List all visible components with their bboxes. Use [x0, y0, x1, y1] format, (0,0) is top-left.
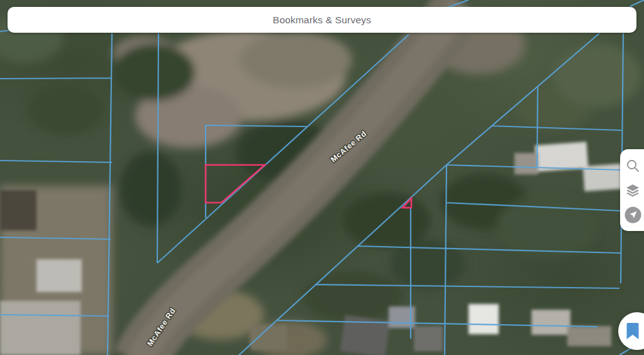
locate-button[interactable]: [620, 204, 644, 225]
map-view[interactable]: McAfee Rd McAfee Rd Bookmarks & Surveys: [0, 0, 644, 355]
search-icon: [625, 158, 640, 173]
map-controls: [620, 149, 644, 231]
layers-icon: [625, 183, 640, 198]
bookmark-icon: [626, 323, 639, 340]
map-canvas: McAfee Rd McAfee Rd: [0, 0, 644, 355]
bookmarks-surveys-bar[interactable]: Bookmarks & Surveys: [8, 7, 636, 33]
search-button[interactable]: [620, 155, 644, 176]
locate-icon: [625, 206, 641, 223]
layers-button[interactable]: [620, 179, 644, 201]
bookmarks-surveys-title: Bookmarks & Surveys: [273, 14, 371, 26]
